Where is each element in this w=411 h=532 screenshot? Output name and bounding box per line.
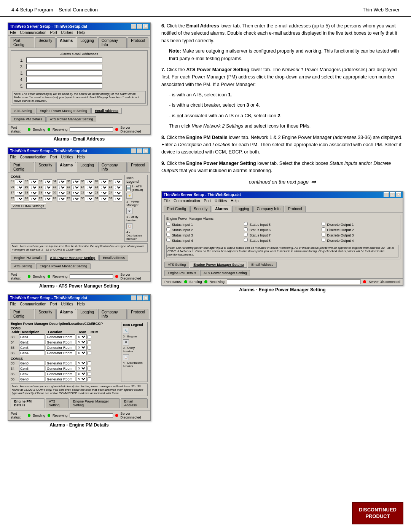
ats-select-30[interactable]: 1 [85, 197, 94, 201]
ats-close-btn[interactable]: ✕ [143, 149, 148, 153]
ats-select-22[interactable]: 1 [85, 191, 94, 196]
epmd-tab-protocol[interactable]: Protocol [127, 309, 148, 319]
epms-tab-security[interactable]: Security [190, 206, 211, 212]
ats-select-08[interactable]: 1 [113, 179, 122, 184]
epmd-btab-engine-pm-setting[interactable]: Engine Power Manager Setting [70, 398, 120, 408]
menu-communication[interactable]: Communication [20, 30, 46, 35]
tab-alarms[interactable]: Alarms [56, 37, 76, 48]
epmd-com4-ccm-35[interactable] [88, 372, 91, 376]
epms-close-btn[interactable]: ✕ [396, 192, 401, 197]
epmd-status-input[interactable] [70, 413, 113, 418]
email-input-1[interactable] [26, 58, 102, 63]
email-input-2[interactable] [26, 64, 102, 69]
ats-select-15[interactable]: 1 [99, 185, 108, 190]
ats-menu-communication[interactable]: Communication [20, 155, 46, 159]
ats-status-input[interactable] [70, 274, 113, 279]
ats-btab-engine-pm-details[interactable]: Engine PM Details [11, 255, 46, 261]
epms-maximize-btn[interactable]: □ [390, 192, 395, 197]
epmd-ccm-35[interactable] [88, 346, 91, 350]
epmd-minimize-btn[interactable]: _ [131, 296, 136, 300]
status-input[interactable] [70, 127, 113, 132]
ats-select-27[interactable]: 1 [43, 197, 52, 201]
epms-cb-status3[interactable]: Status Input 3 [166, 233, 243, 237]
tab-companyinfo[interactable]: Company Info [98, 37, 127, 48]
tab-portconfig[interactable]: Port Config [10, 37, 34, 48]
ats-select-11[interactable]: 1 [43, 185, 52, 190]
epms-cb-status5[interactable]: Status Input 5 [244, 222, 321, 227]
tab-logging[interactable]: Logging [77, 37, 97, 48]
maximize-btn[interactable]: □ [137, 24, 142, 29]
btab-engine-pm-details[interactable]: Engine PM Details [11, 116, 46, 122]
epms-menu-help[interactable]: Help [231, 199, 239, 203]
ats-maximize-btn[interactable]: □ [137, 149, 142, 153]
epmd-menu-port[interactable]: Port [50, 302, 57, 306]
epmd-tab-portconfig[interactable]: Port Config [10, 309, 34, 319]
epmd-com4-loc-35[interactable] [46, 371, 75, 376]
ats-btab-engine-pm-setting[interactable]: Engine Power Manager Setting [36, 263, 91, 269]
epmd-com4-icon-34[interactable]: 5 [76, 366, 87, 371]
epmd-com4-desc-34[interactable] [19, 366, 45, 371]
epms-cb-status6[interactable]: Status Input 6 [244, 227, 321, 232]
epms-menu-port[interactable]: Port [204, 199, 211, 203]
epmd-desc-36[interactable] [19, 350, 45, 355]
ats-select-23[interactable]: 1 [99, 191, 108, 196]
close-btn[interactable]: ✕ [143, 24, 148, 29]
ats-select-29[interactable]: 1 [71, 197, 80, 201]
ats-menu-port[interactable]: Port [50, 155, 57, 159]
epmd-com4-loc-34[interactable] [46, 366, 75, 371]
epms-tab-protocol[interactable]: Protocol [285, 206, 306, 212]
epmd-maximize-btn[interactable]: □ [137, 296, 142, 300]
ats-select-03[interactable]: 1 [43, 179, 52, 184]
ats-tab-security[interactable]: Security [35, 162, 56, 172]
epms-cb-discrete4[interactable]: Discrete Output 4 [322, 238, 398, 243]
ats-select-02[interactable]: 1 [29, 179, 38, 184]
menu-utilities[interactable]: Utilities [61, 30, 73, 35]
epmd-tab-alarms[interactable]: Alarms [56, 309, 76, 319]
view-com4-btn[interactable]: View COM4 Settings [11, 203, 46, 209]
ats-btab-ats-pm-setting[interactable]: ATS Power Manager Setting [46, 255, 99, 261]
tab-security[interactable]: Security [35, 37, 56, 48]
epms-cb-status7[interactable]: Status Input 7 [244, 233, 321, 237]
epmd-btab-ats-setting[interactable]: ATS Setting [46, 398, 69, 408]
epmd-ccm-34[interactable] [88, 340, 91, 344]
epmd-desc-34[interactable] [19, 340, 45, 345]
minimize-btn[interactable]: _ [131, 24, 136, 29]
ats-select-07[interactable]: 1 [99, 179, 108, 184]
ats-select-32[interactable]: 1 [113, 197, 122, 201]
ats-select-28[interactable]: 1 [57, 197, 66, 201]
ats-menu-file[interactable]: File [10, 155, 16, 159]
ats-select-14[interactable]: 1 [85, 185, 94, 190]
epms-cb-status2[interactable]: Status Input 2 [166, 227, 243, 232]
epms-cb-discrete1[interactable]: Discrete Output 1 [322, 222, 398, 227]
epms-menu-utilities[interactable]: Utilities [215, 199, 227, 203]
btab-ats-setting[interactable]: ATS Setting [11, 108, 35, 114]
epmd-com4-desc-33[interactable] [19, 361, 45, 366]
tab-protocol[interactable]: Protocol [127, 37, 148, 48]
ats-tab-alarms[interactable]: Alarms [56, 162, 76, 172]
email-input-4[interactable] [26, 77, 102, 82]
epmd-menu-utilities[interactable]: Utilities [61, 302, 73, 306]
btab-email-address[interactable]: Email Address [91, 108, 122, 114]
epmd-ccm-36[interactable] [88, 351, 91, 355]
ats-btab-ats-setting[interactable]: ATS Setting [11, 263, 35, 269]
epmd-icon-34[interactable]: 5 [76, 340, 87, 345]
ats-select-19[interactable]: 1 [43, 191, 52, 196]
ats-select-12[interactable]: 1 [57, 185, 66, 190]
ats-select-20[interactable]: 1 [57, 191, 66, 196]
btab-ats-pm-setting[interactable]: ATS Power Manager Setting [46, 116, 96, 122]
btab-engine-pm-setting[interactable]: Engine Power Manager Setting [36, 108, 91, 114]
epms-minimize-btn[interactable]: _ [384, 192, 389, 197]
epmd-com4-loc-33[interactable] [46, 361, 75, 366]
epms-btab-ats-pm-setting[interactable]: ATS Power Manager Setting [200, 270, 250, 276]
menu-file[interactable]: File [10, 30, 16, 35]
epmd-icon-36[interactable]: 5 [76, 350, 87, 355]
epmd-tab-companyinfo[interactable]: Company Info [98, 309, 127, 319]
epms-btab-engine-pm-details[interactable]: Engine PM Details [164, 270, 199, 276]
epms-tab-companyinfo[interactable]: Company Info [253, 206, 284, 212]
epmd-loc-36[interactable] [46, 350, 75, 355]
ats-select-25[interactable]: 1 [15, 197, 24, 201]
ats-menu-utilities[interactable]: Utilities [61, 155, 73, 159]
epmd-icon-33[interactable]: 5 [76, 334, 87, 339]
epmd-tab-logging[interactable]: Logging [77, 309, 97, 319]
ats-select-10[interactable]: 1 [29, 185, 38, 190]
